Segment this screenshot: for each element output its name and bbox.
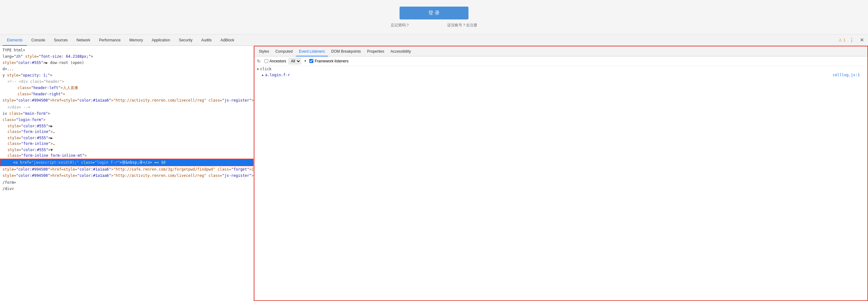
devtools-tab-audits[interactable]: Audits xyxy=(197,34,216,46)
event-selector: a.login.f-r xyxy=(265,73,833,77)
ancestors-checkbox[interactable] xyxy=(265,59,268,63)
devtools-tab-performance[interactable]: Performance xyxy=(95,34,125,46)
toolbar-right: ⚠ 1 ⋮ ✕ xyxy=(839,36,866,44)
devtools-tab-sources[interactable]: Sources xyxy=(50,34,72,46)
close-devtools-button[interactable]: ✕ xyxy=(858,36,866,44)
dom-line-l12[interactable]: iv class="main-form"> xyxy=(0,110,253,117)
devtools-tab-application[interactable]: Application xyxy=(147,34,175,46)
warning-icon: ⚠ xyxy=(839,38,842,42)
event-toolbar: ↻ Ancestors All ▼ Framework listeners xyxy=(254,56,867,66)
events-list: ▼click▶a.login.f-rcelllog.js:1 xyxy=(254,66,867,78)
devtools-tab-adblock[interactable]: AdBlock xyxy=(216,34,239,46)
preview-area: 登 录 忘记密码？ 还没账号？去注册 xyxy=(0,0,868,34)
dom-line-l3[interactable]: style="color:#555">▶ dow-root (open) xyxy=(0,60,253,66)
right-tab-properties[interactable]: Properties xyxy=(364,47,387,56)
dom-line-l11[interactable]: </div> --> xyxy=(0,104,253,110)
event-group-click[interactable]: ▼click xyxy=(254,66,867,72)
warning-badge: ⚠ 1 xyxy=(839,38,845,42)
dom-line-l7[interactable]: class="header-left">人人直播 xyxy=(0,85,253,91)
dom-line-l8[interactable]: class="header-right"> xyxy=(0,91,253,97)
dom-line-l5[interactable]: y style="opacity: 1;"> xyxy=(0,72,253,79)
dom-line-l1[interactable]: TYPE html> xyxy=(0,47,253,53)
right-tab-dom-breakpoints[interactable]: DOM Breakpoints xyxy=(328,47,364,56)
framework-checkbox-container: Framework listeners xyxy=(309,59,348,63)
devtools-tab-network[interactable]: Network xyxy=(72,34,95,46)
framework-checkbox[interactable] xyxy=(309,59,313,63)
forgot-password-link[interactable]: 忘记密码？ xyxy=(391,23,409,28)
dom-line-l9[interactable]: style="color:#994500">href=style="color:… xyxy=(0,97,253,103)
dom-line-l18[interactable]: style="color:#994500">href=style="color:… xyxy=(0,166,253,173)
login-links: 忘记密码？ 还没账号？去注册 xyxy=(391,23,477,28)
right-tab-accessibility[interactable]: Accessibility xyxy=(387,47,414,56)
ancestors-label: Ancestors xyxy=(270,59,286,63)
right-panel: StylesComputedEvent ListenersDOM Breakpo… xyxy=(254,46,868,301)
event-name: click xyxy=(260,67,271,71)
triangle-icon: ▼ xyxy=(257,67,259,71)
child-triangle-icon: ▶ xyxy=(262,73,264,77)
login-button[interactable]: 登 录 xyxy=(400,7,468,20)
devtools-main: TYPE html>lang="zh" style="font-size: 64… xyxy=(0,46,868,301)
filter-select[interactable]: All xyxy=(288,58,301,64)
ancestors-checkbox-container: Ancestors xyxy=(265,59,286,63)
dom-line-l19[interactable]: style="color:#994500">href=style="color:… xyxy=(0,173,253,179)
dom-line-l14[interactable]: style="color:#555">▶ class="form-inline"… xyxy=(0,123,253,135)
dom-line-l22[interactable]: /div> xyxy=(0,186,253,192)
devtools-toolbar: ElementsConsoleSourcesNetworkPerformance… xyxy=(0,34,868,46)
dom-line-l6[interactable]: <!-- <div class="header"> xyxy=(0,79,253,85)
dom-line-l15[interactable]: style="color:#555">▶ class="form-inline"… xyxy=(0,135,253,147)
refresh-icon[interactable]: ↻ xyxy=(257,59,262,64)
dom-panel: TYPE html>lang="zh" style="font-size: 64… xyxy=(0,46,254,301)
framework-label: Framework listeners xyxy=(315,59,348,63)
event-file-link[interactable]: celllog.js:1 xyxy=(833,73,860,77)
dom-line-l4[interactable]: d>... xyxy=(0,66,253,72)
right-tab-styles[interactable]: Styles xyxy=(256,47,272,56)
event-child-item[interactable]: ▶a.login.f-rcelllog.js:1 xyxy=(254,72,867,78)
dom-line-l17[interactable]: <a href="javascript:void(0);" class="log… xyxy=(0,159,253,166)
devtools-tab-security[interactable]: Security xyxy=(175,34,197,46)
dom-line-l2[interactable]: lang="zh" style="font-size: 64.2188px;"> xyxy=(0,53,253,60)
devtools-tab-memory[interactable]: Memory xyxy=(125,34,147,46)
devtools-tab-elements[interactable]: Elements xyxy=(2,34,27,46)
warning-count: 1 xyxy=(843,38,845,42)
more-options-button[interactable]: ⋮ xyxy=(848,36,856,44)
dom-line-l13[interactable]: class="login-form"> xyxy=(0,117,253,123)
dropdown-arrow-icon[interactable]: ▼ xyxy=(304,59,307,63)
dom-line-l21[interactable]: /form> xyxy=(0,179,253,186)
right-tab-event-listeners[interactable]: Event Listeners xyxy=(296,47,328,56)
devtools-tab-console[interactable]: Console xyxy=(27,34,50,46)
event-panel-content: ↻ Ancestors All ▼ Framework listeners ▼c… xyxy=(254,56,867,300)
right-tab-computed[interactable]: Computed xyxy=(272,47,296,56)
right-panel-tabs: StylesComputedEvent ListenersDOM Breakpo… xyxy=(254,47,867,56)
dom-line-l16[interactable]: style="color:#555">▼ class="form-inline … xyxy=(0,147,253,159)
register-link[interactable]: 还没账号？去注册 xyxy=(447,23,477,28)
